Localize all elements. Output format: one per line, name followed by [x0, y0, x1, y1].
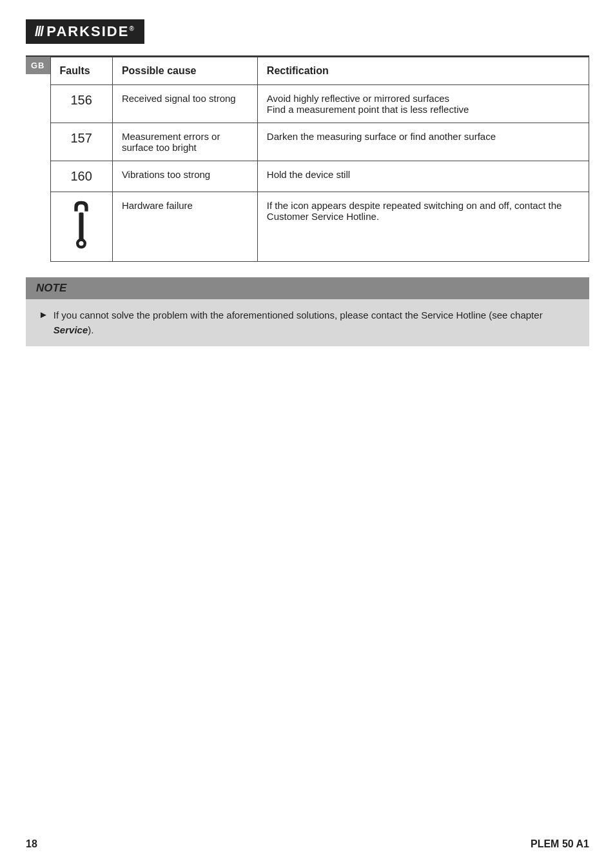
- note-header: NOTE: [26, 277, 589, 299]
- side-label-wrap: GB: [26, 57, 50, 74]
- note-arrow-icon: ►: [39, 309, 48, 320]
- table-header-row: Faults Possible cause Rectification: [50, 57, 589, 85]
- fault-code-156: 156: [50, 85, 112, 123]
- svg-point-3: [79, 241, 84, 246]
- header-rectification: Rectification: [257, 57, 589, 85]
- footer-page-number: 18: [26, 838, 37, 850]
- rectification-156: Avoid highly reflective or mirrored surf…: [257, 85, 589, 123]
- fault-table: Faults Possible cause Rectification 156 …: [50, 57, 590, 262]
- logo-area: /// PARKSIDE®: [26, 19, 589, 44]
- footer-model: PLEM 50 A1: [531, 838, 589, 850]
- table-row: Hardware failure If the icon appears des…: [50, 192, 589, 262]
- table-row: 157 Measurement errors or surface too br…: [50, 123, 589, 161]
- cause-hardware: Hardware failure: [112, 192, 257, 262]
- side-label: GB: [26, 57, 50, 74]
- rectification-hardware: If the icon appears despite repeated swi…: [257, 192, 589, 262]
- header-cause: Possible cause: [112, 57, 257, 85]
- logo-slashes-icon: ///: [35, 23, 43, 40]
- logo-name: PARKSIDE®: [46, 23, 135, 40]
- fault-code-160: 160: [50, 161, 112, 192]
- note-section: NOTE ► If you cannot solve the problem w…: [26, 277, 589, 346]
- table-row: 160 Vibrations too strong Hold the devic…: [50, 161, 589, 192]
- table-row: 156 Received signal too strong Avoid hig…: [50, 85, 589, 123]
- note-body: ► If you cannot solve the problem with t…: [26, 299, 589, 346]
- logo-box: /// PARKSIDE®: [26, 19, 144, 44]
- note-service-bold: Service: [54, 324, 88, 335]
- content-area: GB Faults Possible cause Rectification 1…: [26, 57, 589, 262]
- wrench-icon: [67, 200, 95, 252]
- cause-156: Received signal too strong: [112, 85, 257, 123]
- svg-rect-0: [79, 213, 84, 242]
- footer: 18 PLEM 50 A1: [26, 838, 589, 850]
- cause-157: Measurement errors or surface too bright: [112, 123, 257, 161]
- page-wrapper: /// PARKSIDE® GB Faults Possible cause R…: [0, 0, 615, 868]
- cause-160: Vibrations too strong: [112, 161, 257, 192]
- rectification-157: Darken the measuring surface or find ano…: [257, 123, 589, 161]
- fault-code-wrench: [50, 192, 112, 262]
- rectification-160: Hold the device still: [257, 161, 589, 192]
- fault-code-157: 157: [50, 123, 112, 161]
- header-faults: Faults: [50, 57, 112, 85]
- note-text: If you cannot solve the problem with the…: [54, 308, 576, 337]
- note-title: NOTE: [36, 282, 66, 294]
